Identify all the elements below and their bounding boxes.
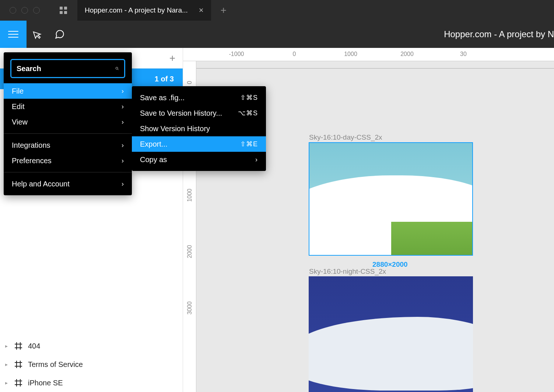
pages-counter: 1 of 3 [155,75,174,83]
submenu-item[interactable]: Export...⇧⌘E [132,136,266,152]
comment-tool-button[interactable] [49,29,71,39]
submenu-label: Export... [140,140,167,148]
ruler-tick: 2000 [186,245,193,258]
add-page-button[interactable]: + [169,52,175,64]
ruler-tick: 3000 [186,301,193,315]
chevron-right-icon: › [122,118,124,126]
frame-sky-day[interactable] [309,142,473,256]
submenu-label: Save as .fig... [140,94,185,102]
land-shape [391,222,472,255]
menu-view[interactable]: View› [4,114,132,130]
file-submenu: Save as .fig...⇧⌘SSave to Version Histor… [132,86,266,171]
svg-point-12 [116,67,118,69]
ruler-horizontal: -100001000200030 [183,48,554,61]
document-tab[interactable]: Hopper.com - A project by Nara... × [77,0,211,21]
menu-item-label: Preferences [12,157,52,165]
zoom-window-icon[interactable] [33,7,40,14]
ruler-tick: 0 [186,81,193,84]
submenu-item[interactable]: Save as .fig...⇧⌘S [132,90,266,105]
main-menu-button[interactable] [0,21,27,48]
menu-item-label: Help and Account [12,180,70,188]
comment-icon [55,29,65,39]
menu-item-label: Integrations [12,141,50,150]
menu-edit[interactable]: Edit› [4,99,132,114]
submenu-item[interactable]: Save to Version History...⌥⌘S [132,105,266,121]
menu-search-input[interactable] [17,64,112,73]
menu-help[interactable]: Help and Account› [4,176,132,192]
submenu-label: Copy as [140,155,167,164]
menu-item-label: View [12,118,28,126]
layer-caret-icon[interactable]: ▸ [5,380,9,386]
cloud-shape [309,317,473,391]
menu-item-label: File [12,87,24,95]
chevron-right-icon: › [122,87,124,95]
chevron-right-icon: › [122,157,124,165]
keyboard-shortcut: ⇧⌘S [240,94,258,102]
layer-caret-icon[interactable]: ▸ [5,343,9,349]
menu-integrations[interactable]: Integrations› [4,137,132,153]
layer-label: iPhone SE [28,379,63,387]
ruler-tick: 1000 [344,51,357,57]
layer-caret-icon[interactable]: ▸ [5,361,9,367]
search-icon [115,64,119,73]
frame-label[interactable]: Sky-16:10-day-CSS_2x [309,133,382,141]
move-tool-button[interactable] [27,29,49,39]
layer-item[interactable]: ▸ iPhone SE [0,374,183,392]
chevron-right-icon: › [122,180,124,188]
frame-icon [14,378,23,387]
keyboard-shortcut: ⌥⌘S [238,109,258,117]
ruler-tick: 1000 [186,189,193,202]
svg-line-13 [118,69,119,70]
main-menu-popup: File› Edit› View› Integrations› Preferen… [4,52,132,195]
chevron-right-icon: › [122,103,124,111]
submenu-item[interactable]: Copy as› [132,152,266,167]
window-tabbar: Hopper.com - A project by Nara... × + [0,0,554,21]
layer-item[interactable]: ▸ 404 [0,337,183,355]
menu-item-label: Edit [12,102,24,111]
keyboard-shortcut: ⇧⌘E [240,140,258,148]
menu-search[interactable] [10,59,125,78]
menu-separator [4,133,132,134]
layer-label: Terms of Service [28,360,83,369]
ruler-tick: 30 [460,51,467,57]
submenu-label: Save to Version History... [140,109,222,118]
menu-separator [4,172,132,172]
ruler-tick: 2000 [400,51,414,57]
frame-label[interactable]: Sky-16:10-night-CSS_2x [309,267,386,276]
new-tab-button[interactable]: + [220,4,227,16]
home-grid-icon[interactable] [60,7,67,14]
frame-icon [14,360,23,369]
main-toolbar: Hopper.com - A project by N [0,21,554,48]
minimize-window-icon[interactable] [21,7,28,14]
ruler-tick: -1000 [229,51,244,57]
document-title: Hopper.com - A project by N [71,29,554,39]
menu-preferences[interactable]: Preferences› [4,153,132,168]
window-controls [0,7,49,14]
close-window-icon[interactable] [10,7,16,14]
chevron-right-icon: › [255,156,258,164]
ruler-tick: 0 [293,51,296,57]
submenu-label: Show Version History [140,125,210,133]
layers-list: ▸ 404 ▸ Terms of Service ▸ iPhone SE [0,337,183,392]
layer-label: 404 [28,342,40,350]
close-tab-icon[interactable]: × [199,6,204,15]
frame-icon [14,342,23,350]
chevron-right-icon: › [122,141,124,149]
menu-file[interactable]: File› [4,83,132,99]
layer-item[interactable]: ▸ Terms of Service [0,355,183,374]
document-tab-title: Hopper.com - A project by Nara... [85,6,188,14]
submenu-item[interactable]: Show Version History [132,121,266,136]
frame-sky-night[interactable] [309,276,473,392]
cursor-icon [33,29,42,39]
